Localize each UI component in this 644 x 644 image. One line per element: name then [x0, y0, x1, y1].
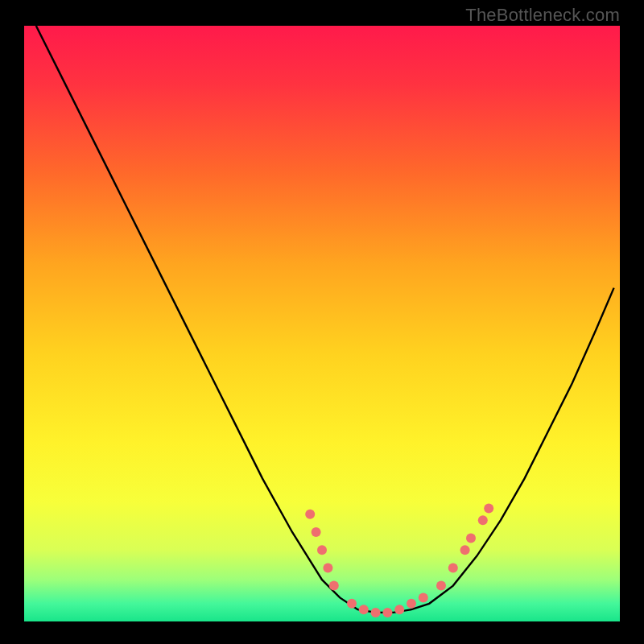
highlight-dot	[394, 605, 404, 614]
highlight-dot	[312, 527, 321, 537]
highlight-dot	[371, 608, 381, 617]
highlight-dot	[323, 563, 332, 572]
bottleneck-chart	[24, 26, 620, 621]
highlight-dot	[466, 533, 476, 543]
highlight-dot	[305, 510, 315, 519]
highlight-dot	[347, 599, 357, 609]
chart-background	[24, 26, 620, 621]
highlight-dot	[484, 503, 493, 513]
highlight-dot	[419, 592, 428, 602]
highlight-dot	[382, 608, 392, 617]
highlight-dot	[329, 581, 339, 591]
watermark-text: TheBottleneck.com	[465, 5, 620, 26]
highlight-dot	[359, 605, 369, 614]
highlight-dot	[436, 581, 446, 591]
highlight-dot	[317, 545, 327, 555]
chart-frame	[24, 26, 620, 621]
highlight-dot	[478, 515, 488, 525]
highlight-dot	[407, 599, 416, 609]
highlight-dot	[448, 563, 458, 572]
highlight-dot	[460, 545, 470, 555]
